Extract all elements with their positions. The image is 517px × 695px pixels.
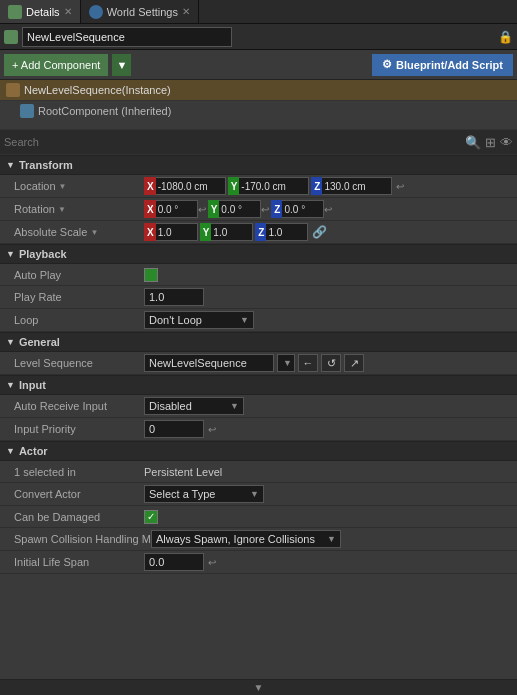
- search-icon[interactable]: 🔍: [465, 135, 481, 150]
- scale-y-field[interactable]: [211, 223, 253, 241]
- input-priority-value: ↩: [144, 420, 511, 438]
- spawn-collision-dropdown-value: Always Spawn, Ignore Collisions: [156, 533, 315, 545]
- selected-in-value: Persistent Level: [144, 466, 511, 478]
- location-y-field[interactable]: [239, 177, 309, 195]
- transform-label: Transform: [19, 159, 73, 171]
- actor-arrow: ▼: [6, 446, 15, 456]
- loop-dropdown[interactable]: Don't Loop ▼: [144, 311, 254, 329]
- rotation-chevron[interactable]: ▼: [58, 205, 66, 214]
- scale-label: Absolute Scale ▼: [14, 226, 144, 238]
- rotation-y-field[interactable]: [219, 200, 261, 218]
- bp-icon: ⚙: [382, 58, 392, 71]
- can-be-damaged-value: ✓: [144, 510, 511, 524]
- level-sequence-browse-btn[interactable]: ←: [298, 354, 318, 372]
- input-priority-field[interactable]: [144, 420, 204, 438]
- convert-actor-dropdown-arrow: ▼: [250, 489, 259, 499]
- auto-play-row: Auto Play: [0, 264, 517, 286]
- scale-x-field[interactable]: [156, 223, 198, 241]
- general-section-header[interactable]: ▼ General: [0, 332, 517, 352]
- lock-icon[interactable]: 🔒: [498, 30, 513, 44]
- name-bar-icon: [4, 30, 18, 44]
- instance-icon: [6, 83, 20, 97]
- actor-section-header[interactable]: ▼ Actor: [0, 441, 517, 461]
- location-xyz: X Y Z: [144, 177, 392, 195]
- loop-dropdown-arrow: ▼: [240, 315, 249, 325]
- loop-value: Don't Loop ▼: [144, 311, 511, 329]
- scale-z-label: Z: [255, 223, 266, 241]
- rotation-x-field[interactable]: [156, 200, 198, 218]
- level-sequence-open-btn[interactable]: ↗: [344, 354, 364, 372]
- spacer: [0, 121, 517, 129]
- tab-details[interactable]: Details ✕: [0, 0, 81, 23]
- play-rate-label: Play Rate: [14, 291, 144, 303]
- scale-x-label: X: [144, 223, 156, 241]
- initial-life-row: Initial Life Span ↩: [0, 551, 517, 574]
- location-y-label: Y: [228, 177, 240, 195]
- convert-actor-row: Convert Actor Select a Type ▼: [0, 483, 517, 506]
- spawn-collision-row: Spawn Collision Handling M Always Spawn,…: [0, 528, 517, 551]
- spawn-collision-dropdown-arrow: ▼: [327, 534, 336, 544]
- level-sequence-field[interactable]: [144, 354, 274, 372]
- location-reset[interactable]: ↩: [396, 181, 404, 192]
- scale-z-field[interactable]: [266, 223, 308, 241]
- play-rate-field[interactable]: [144, 288, 204, 306]
- root-component-label: RootComponent (Inherited): [38, 105, 171, 117]
- initial-life-reset[interactable]: ↩: [208, 557, 216, 568]
- rotation-x-btn[interactable]: ↩: [198, 204, 206, 215]
- world-settings-tab-icon: [89, 5, 103, 19]
- transform-arrow: ▼: [6, 160, 15, 170]
- scale-chevron[interactable]: ▼: [90, 228, 98, 237]
- spawn-collision-value: Always Spawn, Ignore Collisions ▼: [151, 530, 511, 548]
- convert-actor-dropdown[interactable]: Select a Type ▼: [144, 485, 264, 503]
- eye-icon[interactable]: 👁: [500, 135, 513, 150]
- auto-receive-value: Disabled ▼: [144, 397, 511, 415]
- rotation-y-btn[interactable]: ↩: [261, 204, 269, 215]
- blueprint-add-script-button[interactable]: ⚙ Blueprint/Add Script: [372, 54, 513, 76]
- tab-world-settings[interactable]: World Settings ✕: [81, 0, 199, 23]
- auto-play-checkbox[interactable]: [144, 268, 158, 282]
- initial-life-field[interactable]: [144, 553, 204, 571]
- convert-actor-label: Convert Actor: [14, 488, 144, 500]
- location-chevron[interactable]: ▼: [59, 182, 67, 191]
- auto-receive-dropdown[interactable]: Disabled ▼: [144, 397, 244, 415]
- play-rate-value: [144, 288, 511, 306]
- rotation-z-btn[interactable]: ↩: [324, 204, 332, 215]
- rotation-y-input: Y ↩: [208, 200, 270, 218]
- add-component-arrow[interactable]: ▼: [112, 54, 131, 76]
- tab-details-close[interactable]: ✕: [64, 6, 72, 17]
- input-section-header[interactable]: ▼ Input: [0, 375, 517, 395]
- input-priority-reset[interactable]: ↩: [208, 424, 216, 435]
- rotation-z-field[interactable]: [282, 200, 324, 218]
- main-panel: Details ✕ World Settings ✕ 🔒 + Add Compo…: [0, 0, 517, 695]
- scale-z-input: Z: [255, 223, 308, 241]
- properties-scroll[interactable]: ▼ Transform Location ▼ X Y: [0, 155, 517, 679]
- actor-name-input[interactable]: [22, 27, 232, 47]
- add-component-label: + Add Component: [12, 59, 100, 71]
- grid-icon[interactable]: ⊞: [485, 135, 496, 150]
- add-component-button[interactable]: + Add Component: [4, 54, 108, 76]
- level-sequence-refresh-btn[interactable]: ↺: [321, 354, 341, 372]
- rotation-z-label: Z: [271, 200, 282, 218]
- scale-y-input: Y: [200, 223, 254, 241]
- location-x-field[interactable]: [156, 177, 226, 195]
- spawn-collision-dropdown[interactable]: Always Spawn, Ignore Collisions ▼: [151, 530, 341, 548]
- initial-life-label: Initial Life Span: [14, 556, 144, 568]
- rotation-value: X ↩ Y ↩ Z ↩: [144, 200, 511, 218]
- scroll-down-indicator[interactable]: ▼: [0, 679, 517, 695]
- search-input[interactable]: [4, 136, 461, 148]
- location-z-input: Z: [311, 177, 392, 195]
- can-be-damaged-checkbox[interactable]: ✓: [144, 510, 158, 524]
- playback-section-header[interactable]: ▼ Playback: [0, 244, 517, 264]
- location-value: X Y Z ↩: [144, 177, 511, 195]
- search-bar: 🔍 ⊞ 👁: [0, 129, 517, 155]
- level-sequence-row: Level Sequence ▼ ← ↺ ↗: [0, 352, 517, 375]
- initial-life-value: ↩: [144, 553, 511, 571]
- root-component-item: RootComponent (Inherited): [0, 101, 517, 121]
- level-sequence-dropdown[interactable]: ▼: [277, 354, 295, 372]
- transform-section-header[interactable]: ▼ Transform: [0, 155, 517, 175]
- auto-play-value: [144, 268, 511, 282]
- tab-world-settings-close[interactable]: ✕: [182, 6, 190, 17]
- location-z-field[interactable]: [322, 177, 392, 195]
- location-z-label: Z: [311, 177, 322, 195]
- scale-lock[interactable]: 🔗: [312, 225, 327, 239]
